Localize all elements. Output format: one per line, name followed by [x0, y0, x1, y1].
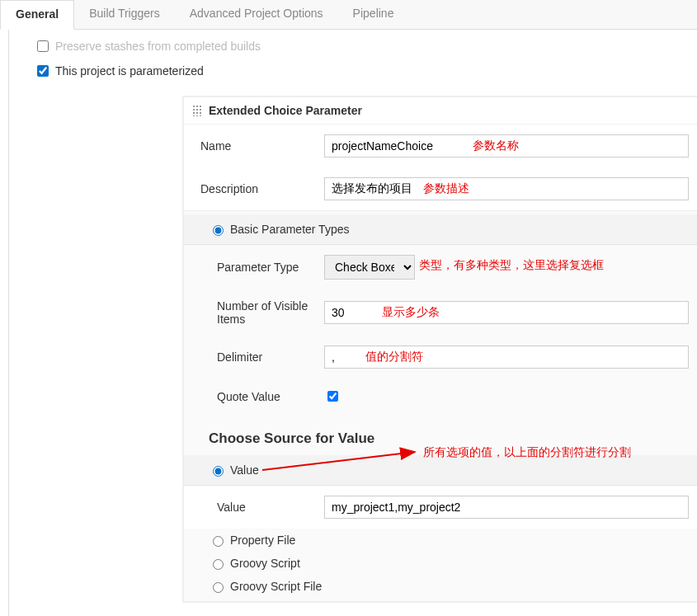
name-label: Name — [192, 139, 324, 153]
drag-handle-icon[interactable] — [192, 105, 202, 116]
value-input-row: Value — [184, 486, 697, 529]
parameter-type-label: Parameter Type — [192, 261, 324, 274]
source-groovy-script-file-radio[interactable] — [213, 582, 224, 593]
config-tabs: General Build Triggers Advanced Project … — [0, 0, 697, 30]
svg-line-1 — [262, 452, 415, 470]
parameter-type-row: Parameter Type Check Boxes 类型，有多种类型，这里选择… — [184, 245, 697, 289]
parameter-type-select[interactable]: Check Boxes — [324, 255, 415, 280]
source-value-radio-label: Value — [230, 463, 259, 477]
quote-value-checkbox[interactable] — [327, 391, 338, 402]
basic-parameter-types-block: Basic Parameter Types Parameter Type Che… — [184, 210, 697, 601]
general-panel: Preserve stashes from completed builds T… — [8, 30, 697, 616]
source-groovy-script-file-label: Groovy Script File — [230, 580, 322, 593]
description-row: Description 参数描述 — [184, 167, 697, 210]
basic-types-radio-row[interactable]: Basic Parameter Types — [184, 214, 697, 245]
extended-choice-param-block: Extended Choice Parameter Name 参数名称 Desc… — [182, 96, 697, 603]
value-input[interactable] — [324, 496, 689, 519]
num-visible-input[interactable] — [324, 301, 689, 324]
source-property-file-label: Property File — [230, 534, 295, 547]
basic-types-label: Basic Parameter Types — [230, 223, 349, 236]
value-input-label: Value — [192, 501, 324, 514]
basic-types-radio[interactable] — [213, 225, 224, 236]
name-row: Name 参数名称 — [184, 125, 697, 167]
preserve-stashes-row: Preserve stashes from completed builds — [34, 38, 697, 54]
tab-build-triggers[interactable]: Build Triggers — [74, 0, 175, 29]
delimiter-input[interactable] — [324, 346, 689, 369]
num-visible-row: Number of Visible Items 显示多少条 — [184, 289, 697, 336]
description-label: Description — [192, 182, 324, 195]
parameterized-row: This project is parameterized — [34, 63, 697, 79]
value-radio-row[interactable]: Value 所有选项的值，以上面的分割符进行分割 — [184, 455, 697, 486]
source-property-file-radio[interactable] — [213, 536, 224, 547]
source-groovy-script-radio[interactable] — [213, 559, 224, 570]
property-file-radio-row[interactable]: Property File — [184, 529, 697, 552]
source-value-radio[interactable] — [213, 466, 224, 477]
param-header-title: Extended Choice Parameter — [209, 104, 362, 117]
param-header: Extended Choice Parameter — [184, 97, 697, 125]
tab-advanced-options[interactable]: Advanced Project Options — [175, 0, 338, 29]
quote-value-row: Quote Value — [184, 379, 697, 414]
source-groovy-script-label: Groovy Script — [230, 557, 300, 570]
num-visible-label: Number of Visible Items — [192, 299, 324, 326]
annotation-type: 类型，有多种类型，这里选择复选框 — [419, 258, 604, 273]
tab-general[interactable]: General — [0, 0, 74, 30]
parameterized-checkbox[interactable] — [37, 65, 49, 77]
name-input[interactable] — [324, 134, 689, 158]
delimiter-label: Delimiter — [192, 350, 324, 364]
tab-pipeline[interactable]: Pipeline — [338, 0, 409, 29]
preserve-stashes-checkbox[interactable] — [37, 40, 49, 52]
delimiter-row: Delimiter 值的分割符 — [184, 336, 697, 379]
preserve-stashes-label: Preserve stashes from completed builds — [55, 40, 261, 53]
parameterized-label: This project is parameterized — [55, 64, 204, 78]
description-input[interactable] — [324, 177, 689, 200]
choose-source-heading: Choose Source for Value — [184, 414, 697, 455]
quote-value-label: Quote Value — [192, 390, 324, 403]
groovy-script-file-radio-row[interactable]: Groovy Script File — [184, 575, 697, 598]
groovy-script-radio-row[interactable]: Groovy Script — [184, 552, 697, 575]
